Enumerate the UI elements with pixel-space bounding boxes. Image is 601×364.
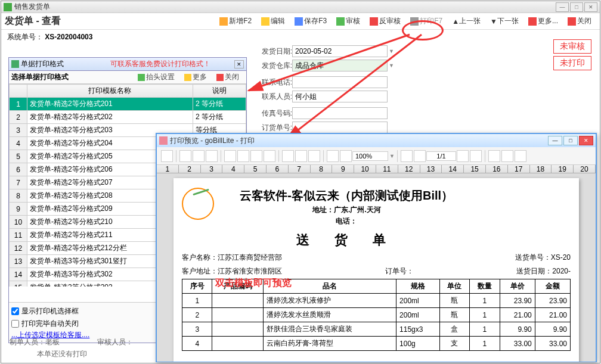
new-button[interactable]: 新增F2 — [216, 15, 255, 27]
pv-hand-icon[interactable] — [488, 150, 500, 162]
fax-input[interactable] — [292, 107, 388, 119]
preview-maximize[interactable]: □ — [563, 136, 578, 145]
pv-tool-9[interactable] — [515, 150, 526, 162]
more-button[interactable]: 更多... — [525, 15, 562, 27]
footer-noprint: 本单还没有打印 — [37, 349, 87, 359]
print-button-label: 打印F7 — [420, 16, 442, 26]
pv-tool-5[interactable] — [282, 150, 294, 162]
pv-next-page[interactable] — [457, 150, 469, 162]
page-input[interactable] — [426, 151, 456, 161]
contact-input[interactable] — [292, 91, 388, 102]
pv-layout-icon[interactable] — [206, 150, 218, 162]
footer-info: 制单人员：老板 审核人员： — [10, 337, 133, 347]
pv-tool-2[interactable] — [237, 150, 249, 162]
company-phone: 电话： — [336, 217, 357, 225]
main-toolbar: 发货单 - 查看 新增F2 编辑 保存F3 审核 反审核 打印F7 ▲上一张 ▼… — [1, 13, 600, 30]
delivery-row: 3舒肤佳混合三块香皂家庭装115gx3盒19.909.90 — [182, 322, 571, 337]
footer-maker: 制单人员：老板 — [10, 338, 60, 346]
delivery-items-table: 序号产品编码品名规格单位数量单价金额 1潘婷洗发水乳液修护200ml瓶123.9… — [182, 279, 571, 351]
edit-button[interactable]: 编辑 — [258, 15, 289, 27]
main-title-bar: 销售发货单 — □ ✕ — [1, 1, 600, 13]
preview-close[interactable]: ✕ — [579, 136, 593, 145]
preview-icon — [159, 136, 168, 145]
delivery-row: 2潘婷洗发水丝质顺滑200ml瓶121.0021.00 — [182, 308, 571, 322]
col-template-name[interactable]: 打印模板名称 — [27, 85, 193, 98]
cust-name-label: 客户名称： — [182, 253, 218, 262]
pv-zoom-in-icon[interactable] — [327, 150, 339, 162]
close-button[interactable]: ✕ — [584, 2, 597, 12]
pv-pdf-icon[interactable] — [250, 150, 262, 162]
zoom-input[interactable] — [352, 151, 388, 161]
panel-hint: 可联系客服免费设计打印格式！ — [110, 59, 210, 69]
unaudited-badge: 未审核 — [553, 39, 591, 54]
doc-title: 送 货 单 — [240, 231, 453, 249]
pv-open-icon[interactable] — [161, 150, 173, 162]
delivery-row: 4云南白药牙膏-薄荷型100g支133.0033.00 — [182, 337, 571, 351]
save-button-label: 保存F3 — [304, 16, 327, 26]
new-button-label: 新增F2 — [229, 16, 252, 26]
prev-button[interactable]: ▲上一张 — [448, 15, 484, 27]
panel-icon — [11, 60, 19, 68]
footer-auditor: 审核人员： — [97, 338, 133, 346]
phone-input[interactable] — [292, 76, 388, 88]
orderno-input[interactable] — [292, 122, 388, 133]
sysno-value: XS-202004003 — [45, 33, 92, 41]
pv-print-icon[interactable] — [179, 150, 191, 162]
delivery-no: XS-20 — [551, 253, 571, 262]
print-button[interactable]: 打印F7 — [407, 15, 446, 27]
pv-zoom-out-icon[interactable] — [340, 150, 352, 162]
delivery-row: 1潘婷洗发水乳液修护200ml瓶123.9023.90 — [182, 294, 571, 308]
pv-prev-page[interactable] — [414, 150, 426, 162]
cust-addr-label: 客户地址： — [182, 267, 218, 275]
status-badges: 未审核 未打印 — [553, 39, 591, 73]
delivery-no-label: 送货单号： — [515, 253, 551, 262]
preview-title: 打印预览 - goBillLite - 打印 — [170, 136, 548, 146]
company-name: 云客软件-客似云来（内部测试使用Bill） — [240, 188, 453, 204]
pv-first-page[interactable] — [401, 150, 413, 162]
audit-button-label: 审核 — [346, 16, 360, 26]
col-template-desc[interactable]: 说明 — [193, 85, 246, 98]
date-label: 发货日期: — [256, 46, 292, 57]
template-row[interactable]: 1发货单-精选2等分格式2012 等分纸 — [10, 98, 246, 111]
order-no-doc-label: 订单号： — [385, 267, 414, 275]
orderno-label: 订货单号: — [256, 123, 292, 133]
template-row[interactable]: 2发货单-精选2等分格式2022 等分纸 — [10, 111, 246, 124]
page-heading: 发货单 - 查看 — [5, 15, 215, 27]
pv-tool-7[interactable] — [308, 150, 320, 162]
select-template-label: 选择单据打印格式 — [11, 72, 69, 82]
date-input[interactable] — [292, 45, 388, 57]
pv-tool-8[interactable] — [501, 150, 513, 162]
warehouse-input[interactable] — [292, 60, 388, 71]
delivery-date-label: 送货日期： — [516, 267, 552, 275]
preview-minimize[interactable]: — — [548, 136, 562, 145]
minimize-button[interactable]: — — [556, 2, 569, 12]
dblclick-hint: 双击模板即可预览 — [215, 277, 292, 290]
edit-button-label: 编辑 — [271, 16, 285, 26]
close-page-button[interactable]: 关闭 — [564, 15, 595, 27]
unaudit-button-label: 反审核 — [379, 16, 401, 26]
document-page: 双击模板即可预览 云客软件-客似云来（内部测试使用Bill） 地址：广东.广州.… — [174, 178, 579, 362]
pv-last-page[interactable] — [470, 150, 482, 162]
window-title: 销售发货单 — [14, 2, 556, 12]
unaudit-button[interactable]: 反审核 — [366, 15, 404, 27]
more-template-button[interactable]: 更多 — [181, 71, 210, 83]
pv-mail-icon[interactable] — [264, 150, 275, 162]
more-button-label: 更多... — [538, 16, 558, 26]
next-button[interactable]: ▼下一张 — [487, 15, 522, 27]
pv-tool-1[interactable] — [224, 150, 236, 162]
close-page-label: 关闭 — [577, 16, 591, 26]
pv-book-icon[interactable] — [193, 150, 205, 162]
cust-addr: 江苏省淮安市淮阴区 — [218, 267, 282, 275]
save-button[interactable]: 保存F3 — [291, 15, 330, 27]
print-preview-window: 打印预览 - goBillLite - 打印 — □ ✕ ▼ — [156, 133, 597, 362]
header-setting-button[interactable]: 抬头设置 — [134, 71, 178, 83]
company-address: 地址：广东.广州.天河 — [312, 206, 381, 214]
panel-close-button[interactable]: ✕ — [234, 60, 244, 69]
maximize-button[interactable]: □ — [570, 2, 583, 12]
unprinted-badge: 未打印 — [553, 56, 591, 70]
pv-tool-6[interactable] — [295, 150, 307, 162]
close-template-button[interactable]: 关闭 — [213, 71, 243, 83]
horizontal-ruler: 1234567891011121314151617181920 — [157, 165, 596, 173]
panel-title: 单据打印格式 — [21, 59, 110, 69]
audit-button[interactable]: 审核 — [333, 15, 364, 27]
